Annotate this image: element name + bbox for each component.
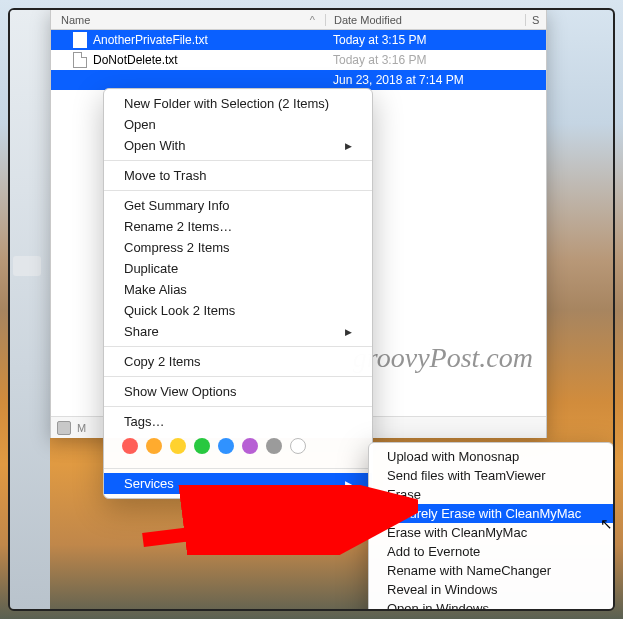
service-send-teamviewer[interactable]: Send files with TeamViewer: [369, 466, 613, 485]
menu-separator: [104, 468, 372, 469]
column-date-modified[interactable]: Date Modified: [325, 14, 525, 26]
sidebar-fragment: [13, 256, 41, 276]
file-date: Today at 3:16 PM: [325, 53, 525, 67]
context-menu: New Folder with Selection (2 Items) Open…: [103, 88, 373, 499]
file-icon: [73, 32, 87, 48]
menu-compress-items[interactable]: Compress 2 Items: [104, 237, 372, 258]
tag-blue[interactable]: [218, 438, 234, 454]
service-add-evernote[interactable]: Add to Evernote: [369, 542, 613, 561]
tag-orange[interactable]: [146, 438, 162, 454]
service-open-windows[interactable]: Open in Windows: [369, 599, 613, 611]
menu-get-summary-info[interactable]: Get Summary Info: [104, 195, 372, 216]
table-row[interactable]: Jun 23, 2018 at 7:14 PM: [51, 70, 546, 90]
menu-move-to-trash[interactable]: Move to Trash: [104, 165, 372, 186]
tag-green[interactable]: [194, 438, 210, 454]
service-upload-monosnap[interactable]: Upload with Monosnap: [369, 447, 613, 466]
table-row[interactable]: DoNotDelete.txt Today at 3:16 PM: [51, 50, 546, 70]
tag-yellow[interactable]: [170, 438, 186, 454]
tag-none[interactable]: [290, 438, 306, 454]
tag-color-row: [104, 432, 372, 464]
menu-show-view-options[interactable]: Show View Options: [104, 381, 372, 402]
menu-separator: [104, 160, 372, 161]
menu-copy-items[interactable]: Copy 2 Items: [104, 351, 372, 372]
service-reveal-windows[interactable]: Reveal in Windows: [369, 580, 613, 599]
menu-share[interactable]: Share: [104, 321, 372, 342]
service-erase[interactable]: Erase: [369, 485, 613, 504]
menu-quick-look[interactable]: Quick Look 2 Items: [104, 300, 372, 321]
table-row[interactable]: AnotherPrivateFile.txt Today at 3:15 PM: [51, 30, 546, 50]
services-submenu: Upload with Monosnap Send files with Tea…: [368, 442, 614, 611]
file-name: AnotherPrivateFile.txt: [93, 33, 208, 47]
file-date: Today at 3:15 PM: [325, 33, 525, 47]
column-name[interactable]: Name ^: [51, 14, 325, 26]
sort-ascending-icon: ^: [310, 14, 315, 26]
service-rename-namechanger[interactable]: Rename with NameChanger: [369, 561, 613, 580]
tag-purple[interactable]: [242, 438, 258, 454]
column-headers[interactable]: Name ^ Date Modified S: [51, 10, 546, 30]
menu-open[interactable]: Open: [104, 114, 372, 135]
column-size[interactable]: S: [525, 14, 546, 26]
menu-make-alias[interactable]: Make Alias: [104, 279, 372, 300]
menu-tags[interactable]: Tags…: [104, 411, 372, 432]
menu-separator: [104, 190, 372, 191]
cursor-icon: ↖: [600, 515, 613, 533]
svg-line-1: [143, 509, 393, 540]
disk-icon: [57, 421, 71, 435]
file-icon: [73, 52, 87, 68]
file-name: DoNotDelete.txt: [93, 53, 178, 67]
menu-open-with[interactable]: Open With: [104, 135, 372, 156]
service-securely-erase-cleanmymac[interactable]: Securely Erase with CleanMyMac: [369, 504, 613, 523]
service-erase-cleanmymac[interactable]: Erase with CleanMyMac: [369, 523, 613, 542]
watermark: groovyPost.com: [353, 342, 533, 374]
menu-separator: [104, 376, 372, 377]
menu-rename-items[interactable]: Rename 2 Items…: [104, 216, 372, 237]
tag-red[interactable]: [122, 438, 138, 454]
path-label: M: [77, 422, 86, 434]
column-name-label: Name: [61, 14, 90, 26]
menu-duplicate[interactable]: Duplicate: [104, 258, 372, 279]
file-date: Jun 23, 2018 at 7:14 PM: [325, 73, 525, 87]
menu-new-folder-selection[interactable]: New Folder with Selection (2 Items): [104, 93, 372, 114]
menu-separator: [104, 406, 372, 407]
tag-gray[interactable]: [266, 438, 282, 454]
menu-services[interactable]: Services: [104, 473, 372, 494]
menu-separator: [104, 346, 372, 347]
